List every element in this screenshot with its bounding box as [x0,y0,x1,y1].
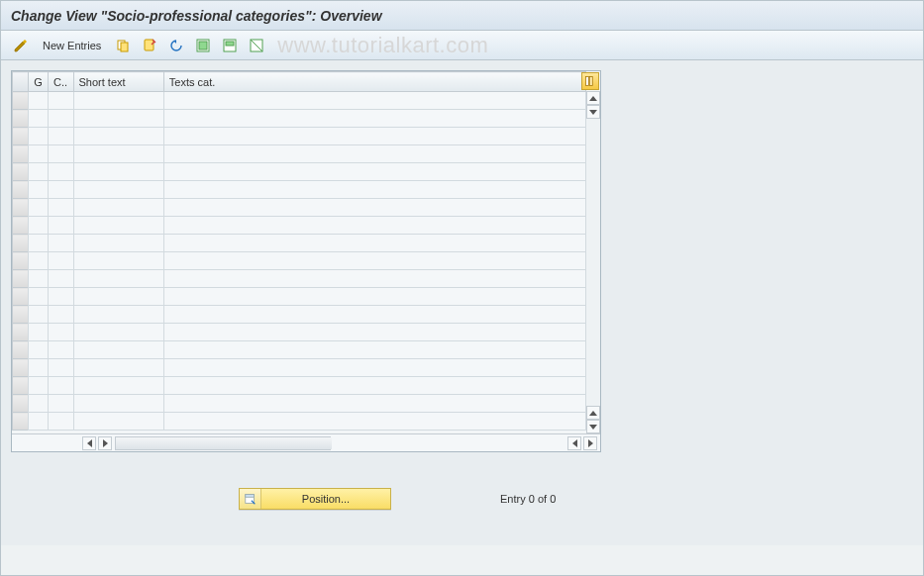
toggle-display-change-button[interactable] [9,36,33,55]
row-selector[interactable] [13,181,29,199]
table-row[interactable] [13,163,586,181]
new-entries-button[interactable]: New Entries [36,36,108,55]
cell[interactable] [163,181,585,199]
row-selector[interactable] [13,377,29,395]
cell[interactable] [163,128,585,145]
cell[interactable] [163,306,585,324]
row-selector[interactable] [13,217,29,235]
cell[interactable] [29,306,49,324]
cell[interactable] [73,128,163,145]
cell[interactable] [163,377,585,395]
cell[interactable] [163,199,585,217]
row-selector[interactable] [13,199,29,217]
cell[interactable] [49,270,73,288]
copy-as-button[interactable] [111,36,135,55]
cell[interactable] [163,359,585,377]
cell[interactable] [163,145,585,163]
cell[interactable] [29,341,49,359]
cell[interactable] [49,181,73,199]
row-selector[interactable] [13,270,29,288]
cell[interactable] [163,217,585,235]
cell[interactable] [49,324,73,341]
cell[interactable] [49,341,73,359]
cell[interactable] [29,324,49,341]
cell[interactable] [49,110,73,128]
cell[interactable] [163,252,585,270]
cell[interactable] [73,235,163,252]
cell[interactable] [73,324,163,341]
undo-change-button[interactable] [164,36,188,55]
row-selector[interactable] [13,359,29,377]
cell[interactable] [73,270,163,288]
cell[interactable] [29,199,49,217]
deselect-all-button[interactable] [245,36,268,55]
table-row[interactable] [13,341,586,359]
cell[interactable] [73,359,163,377]
cell[interactable] [29,110,49,128]
cell[interactable] [73,199,163,217]
cell[interactable] [49,163,73,181]
row-selector[interactable] [13,128,29,145]
horizontal-scroll-thumb[interactable] [116,437,332,449]
cell[interactable] [49,359,73,377]
cell[interactable] [49,306,73,324]
table-row[interactable] [13,217,586,235]
cell[interactable] [163,163,585,181]
row-selector[interactable] [13,341,29,359]
cell[interactable] [73,181,163,199]
table-row[interactable] [13,270,586,288]
scroll-up-end-button[interactable] [586,406,600,420]
cell[interactable] [29,235,49,252]
cell[interactable] [73,145,163,163]
cell[interactable] [73,377,163,395]
row-selector[interactable] [13,306,29,324]
cell[interactable] [29,128,49,145]
row-selector[interactable] [13,324,29,341]
cell[interactable] [73,217,163,235]
scroll-up-button[interactable] [586,91,600,105]
cell[interactable] [29,181,49,199]
column-header-selector[interactable] [13,72,29,92]
table-row[interactable] [13,306,586,324]
row-selector[interactable] [13,92,29,110]
cell[interactable] [73,413,163,431]
scroll-right-button[interactable] [98,436,112,450]
column-header-texts-cat[interactable]: Texts cat. [163,72,585,92]
select-all-button[interactable] [191,36,215,55]
column-header-short-text[interactable]: Short text [73,72,163,92]
cell[interactable] [49,145,73,163]
delete-button[interactable] [138,36,161,55]
horizontal-scroll-track[interactable] [115,436,331,450]
table-row[interactable] [13,235,586,252]
table-row[interactable] [13,377,586,395]
row-selector[interactable] [13,252,29,270]
cell[interactable] [163,110,585,128]
cell[interactable] [73,110,163,128]
table-settings-button[interactable] [581,72,599,90]
cell[interactable] [29,145,49,163]
row-selector[interactable] [13,163,29,181]
cell[interactable] [73,288,163,306]
table-row[interactable] [13,359,586,377]
cell[interactable] [163,92,585,110]
cell[interactable] [73,252,163,270]
scroll-down-end-button[interactable] [586,420,600,433]
scroll-down-button[interactable] [586,105,600,119]
cell[interactable] [163,395,585,413]
table-row[interactable] [13,288,586,306]
cell[interactable] [49,128,73,145]
table-row[interactable] [13,110,586,128]
cell[interactable] [29,395,49,413]
cell[interactable] [29,163,49,181]
cell[interactable] [29,288,49,306]
cell[interactable] [49,252,73,270]
cell[interactable] [163,235,585,252]
table-row[interactable] [13,199,586,217]
cell[interactable] [49,413,73,431]
cell[interactable] [163,341,585,359]
vertical-scrollbar[interactable] [586,91,600,433]
cell[interactable] [163,288,585,306]
cell[interactable] [29,217,49,235]
row-selector[interactable] [13,110,29,128]
cell[interactable] [49,235,73,252]
